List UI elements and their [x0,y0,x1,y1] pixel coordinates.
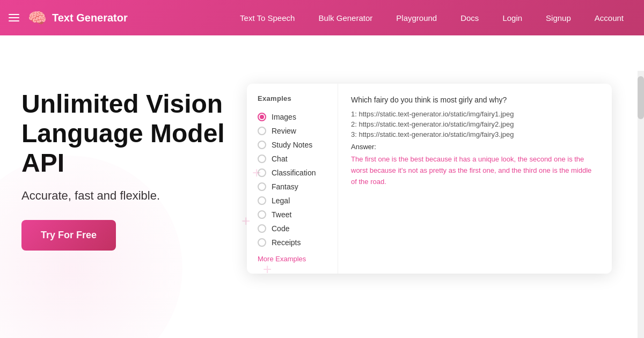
radio-images[interactable] [258,113,266,121]
radio-fantasy[interactable] [258,182,266,191]
try-for-free-button[interactable]: Try For Free [21,220,116,251]
example-label-review: Review [272,127,296,135]
content-url-2: 2: https://static.text-generator.io/stat… [351,120,599,128]
example-label-chat: Chat [272,155,288,163]
examples-heading: Examples [258,94,327,102]
hamburger-icon[interactable] [9,14,19,21]
nav-links: Text To Speech Bulk Generator Playground… [228,0,635,35]
examples-list: Examples Images Review Study Notes Chat … [247,84,338,274]
nav-link-playground[interactable]: Playground [384,0,449,35]
example-label-classification: Classification [272,168,316,177]
radio-tweet[interactable] [258,210,266,219]
example-label-code: Code [272,224,289,233]
example-item-code[interactable]: Code [258,222,327,236]
brand-name: Text Generator [52,12,128,24]
brain-icon: 🧠 [28,9,47,27]
hero-text: Unlimited Vision Language Model API Accu… [21,78,225,251]
nav-link-login[interactable]: Login [491,0,534,35]
example-item-images[interactable]: Images [258,110,327,124]
radio-receipts[interactable] [258,238,266,247]
example-item-chat[interactable]: Chat [258,152,327,166]
hero-title: Unlimited Vision Language Model API [21,89,225,178]
content-prompt: Which fairy do you think is most girly a… [351,94,599,106]
content-answer-label: Answer: [351,143,599,151]
example-item-review[interactable]: Review [258,124,327,138]
example-item-legal[interactable]: Legal [258,194,327,208]
example-label-tweet: Tweet [272,210,291,219]
radio-chat[interactable] [258,155,266,163]
nav-link-account[interactable]: Account [583,0,635,35]
nav-brand: 🧠 Text Generator [9,9,128,27]
radio-study-notes[interactable] [258,141,266,149]
example-label-fantasy: Fantasy [272,182,298,191]
example-item-study-notes[interactable]: Study Notes [258,138,327,152]
example-item-tweet[interactable]: Tweet [258,208,327,222]
more-examples-link[interactable]: More Examples [258,255,327,263]
examples-content: Which fairy do you think is most girly a… [338,84,612,274]
example-label-study-notes: Study Notes [272,141,312,149]
radio-classification[interactable] [258,168,266,177]
content-url-3: 3: https://static.text-generator.io/stat… [351,130,599,138]
examples-card: Examples Images Review Study Notes Chat … [247,84,612,274]
example-item-receipts[interactable]: Receipts [258,236,327,249]
radio-code[interactable] [258,224,266,233]
example-item-classification[interactable]: Classification [258,166,327,180]
scrollbar-track[interactable] [638,71,644,338]
example-label-legal: Legal [272,196,290,205]
nav-link-signup[interactable]: Signup [534,0,583,35]
hero-section: + + + Unlimited Vision Language Model AP… [0,35,644,338]
radio-review[interactable] [258,127,266,135]
example-label-receipts: Receipts [272,238,301,247]
radio-legal[interactable] [258,196,266,205]
scrollbar-thumb[interactable] [638,76,644,119]
navbar: 🧠 Text Generator Text To Speech Bulk Gen… [0,0,644,35]
example-item-fantasy[interactable]: Fantasy [258,180,327,194]
nav-link-docs[interactable]: Docs [449,0,491,35]
content-url-1: 1: https://static.text-generator.io/stat… [351,110,599,118]
example-label-images: Images [272,113,296,121]
hero-subtitle: Accurate, fast and flexible. [21,189,225,203]
nav-link-bulk-generator[interactable]: Bulk Generator [306,0,384,35]
nav-link-text-to-speech[interactable]: Text To Speech [228,0,306,35]
content-answer: The first one is the best because it has… [351,154,599,187]
